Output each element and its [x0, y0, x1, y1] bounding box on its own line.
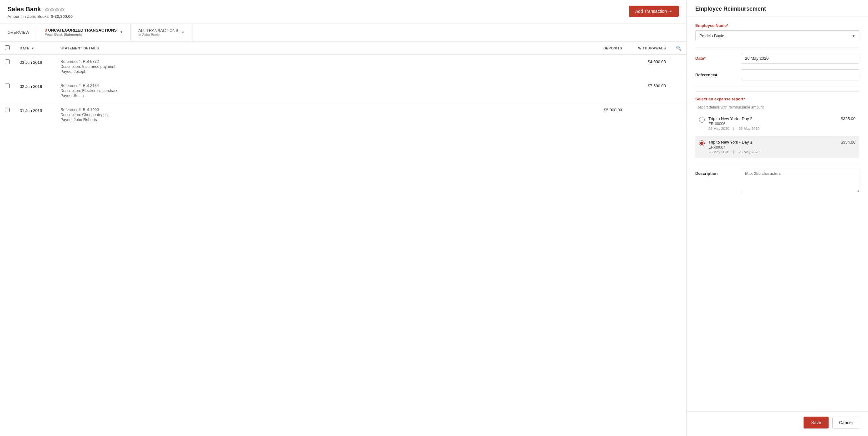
- table-row: 01 Jun 2019 Reference#: Ref-1900 Descrip…: [0, 103, 686, 127]
- row-date: 03 Jun 2019: [15, 55, 55, 79]
- employee-name-label: Employee Name*: [695, 23, 859, 28]
- bank-title: Sales Bank xxxxxxxx: [7, 6, 72, 13]
- right-panel-title: Employee Reimbursement: [695, 6, 859, 12]
- add-transaction-button[interactable]: Add Transaction ▼: [629, 6, 679, 17]
- date-sort-icon: ▼: [31, 46, 34, 50]
- description-row: Description: [695, 168, 859, 194]
- report-code: ER-00007: [708, 145, 837, 149]
- report-items-container: Trip to New York - Day 2 ER-00006 26 May…: [695, 112, 859, 158]
- row-date: 01 Jun 2019: [15, 103, 55, 127]
- report-name: Trip to New York - Day 2: [708, 116, 837, 121]
- transactions-table: DATE ▼ STATEMENT DETAILS DEPOSITS WITHDR…: [0, 42, 686, 127]
- tab-overview[interactable]: OVERVIEW: [0, 24, 37, 41]
- row-details: Reference#: Ref-9872 Description: Insura…: [55, 55, 583, 79]
- form-body: Employee Name* Patricia Boyle ▼ Date* Re…: [686, 17, 868, 409]
- search-button[interactable]: 🔍: [676, 46, 681, 51]
- row-deposit: [583, 79, 627, 103]
- report-info: Trip to New York - Day 1 ER-00007 26 May…: [708, 140, 837, 154]
- row-checkbox-0[interactable]: [5, 60, 10, 64]
- report-amount: $354.00: [841, 140, 856, 144]
- date-row: Date*: [695, 53, 859, 64]
- expense-report-label: Select an expense report*: [695, 97, 859, 101]
- row-withdrawal: $4,000.00: [627, 55, 671, 79]
- report-details-label: Report details with reimbursable amount: [695, 105, 859, 109]
- right-panel-header: Employee Reimbursement: [686, 0, 868, 17]
- table-row: 03 Jun 2019 Reference#: Ref-9872 Descrip…: [0, 55, 686, 79]
- description-label: Description: [695, 168, 736, 176]
- report-radio-1[interactable]: [699, 140, 705, 146]
- employee-name-group: Employee Name* Patricia Boyle ▼: [695, 23, 859, 41]
- report-dates: 26 May 2020| 26 May 2020: [708, 127, 837, 130]
- description-input-col: [741, 168, 859, 194]
- report-item[interactable]: Trip to New York - Day 2 ER-00006 26 May…: [695, 112, 859, 134]
- save-button[interactable]: Save: [804, 416, 829, 429]
- date-label: Date*: [695, 53, 736, 61]
- date-input[interactable]: [741, 53, 859, 64]
- row-date: 02 Jun 2019: [15, 79, 55, 103]
- tab-uncategorized[interactable]: 3 UNCATEGORIZED TRANSACTIONS From Bank S…: [37, 24, 131, 41]
- select-all-checkbox[interactable]: [5, 45, 10, 50]
- tab-uncategorized-dropdown-icon: ▼: [120, 30, 123, 34]
- transactions-table-container: DATE ▼ STATEMENT DETAILS DEPOSITS WITHDR…: [0, 42, 686, 436]
- reference-input-col: [741, 69, 859, 80]
- expense-report-section: Select an expense report* Report details…: [695, 91, 859, 158]
- report-item[interactable]: Trip to New York - Day 1 ER-00007 26 May…: [695, 136, 859, 158]
- dropdown-arrow-icon: ▼: [669, 10, 673, 13]
- row-checkbox-2[interactable]: [5, 108, 10, 112]
- row-checkbox-1[interactable]: [5, 83, 10, 88]
- amount-label: Amount in Zoho Books $-22,300.00: [7, 14, 72, 19]
- report-radio-0[interactable]: [699, 117, 705, 123]
- amount-value: $-22,300.00: [51, 14, 72, 19]
- row-details: Reference#: Ref-1900 Description: Cheque…: [55, 103, 583, 127]
- bank-mask: xxxxxxxx: [44, 7, 64, 12]
- reference-label: Reference#: [695, 69, 736, 77]
- row-details: Reference#: Ref-2134 Description: Electr…: [55, 79, 583, 103]
- report-name: Trip to New York - Day 1: [708, 140, 837, 144]
- left-panel: Sales Bank xxxxxxxx Amount in Zoho Books…: [0, 0, 686, 436]
- reference-row: Reference#: [695, 69, 859, 80]
- reference-input[interactable]: [741, 69, 859, 80]
- report-amount: $325.00: [841, 116, 856, 121]
- report-code: ER-00006: [708, 122, 837, 126]
- row-deposit: [583, 55, 627, 79]
- tab-all-transactions[interactable]: ALL TRANSACTIONS In Zoho Books ▼: [131, 24, 192, 41]
- employee-name-select[interactable]: Patricia Boyle: [695, 30, 859, 41]
- date-input-col: [741, 53, 859, 64]
- tab-all-dropdown-icon: ▼: [182, 31, 185, 34]
- bank-header: Sales Bank xxxxxxxx Amount in Zoho Books…: [0, 0, 686, 24]
- tabs-bar: OVERVIEW 3 UNCATEGORIZED TRANSACTIONS Fr…: [0, 24, 686, 42]
- table-row: 02 Jun 2019 Reference#: Ref-2134 Descrip…: [0, 79, 686, 103]
- description-textarea[interactable]: [741, 168, 859, 193]
- right-panel: Employee Reimbursement Employee Name* Pa…: [686, 0, 868, 436]
- report-dates: 26 May 2020| 26 May 2020: [708, 150, 837, 154]
- cancel-button[interactable]: Cancel: [832, 416, 859, 429]
- row-withdrawal: [627, 103, 671, 127]
- bank-info: Sales Bank xxxxxxxx Amount in Zoho Books…: [7, 6, 72, 19]
- report-info: Trip to New York - Day 2 ER-00006 26 May…: [708, 116, 837, 130]
- form-footer: Save Cancel: [686, 411, 868, 429]
- row-deposit: $5,000.00: [583, 103, 627, 127]
- employee-name-select-wrapper: Patricia Boyle ▼: [695, 30, 859, 41]
- row-withdrawal: $7,500.00: [627, 79, 671, 103]
